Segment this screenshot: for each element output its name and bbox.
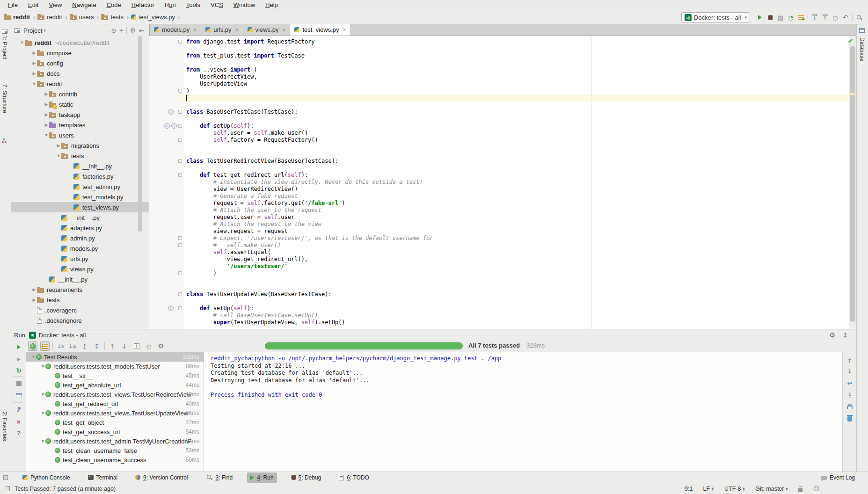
breadcrumb-item[interactable]: test_views.py — [131, 14, 175, 21]
tree-toggle-icon[interactable]: ▶ — [31, 51, 37, 55]
tree-toggle-icon[interactable]: ▶ — [56, 143, 61, 148]
project-tree-item[interactable]: __init__.py — [11, 274, 149, 284]
encoding-select[interactable]: UTF-8▲▼ — [724, 486, 745, 492]
menu-navigate[interactable]: Navigate — [67, 0, 101, 9]
breadcrumb-item[interactable]: reddit — [4, 14, 30, 21]
tree-toggle-icon[interactable]: ▶ — [44, 102, 49, 107]
fold-marker-icon[interactable] — [178, 306, 182, 310]
project-tree-item[interactable]: ▶docs — [11, 68, 149, 79]
fold-marker-icon[interactable] — [178, 110, 182, 114]
search-everywhere-button[interactable] — [854, 12, 864, 22]
coverage-button[interactable] — [775, 12, 786, 22]
tool-button-favorites[interactable]: 2: Favorites — [1, 412, 8, 441]
lock-icon[interactable] — [798, 488, 802, 492]
tree-toggle-icon[interactable]: ▼ — [19, 40, 25, 45]
tree-toggle-icon[interactable]: ▶ — [44, 92, 49, 96]
test-tree-item[interactable]: ▼reddit.users.tests.test_views.TestUserR… — [26, 390, 204, 399]
project-scrollbar[interactable] — [138, 36, 142, 232]
help-button[interactable] — [15, 429, 23, 437]
vcs-update-button[interactable]: VCS↓ — [810, 12, 820, 22]
fold-marker-icon[interactable] — [178, 236, 182, 240]
project-tree-item[interactable]: ▶config — [11, 58, 149, 68]
vcs-commit-button[interactable]: VCS↑ — [820, 12, 830, 22]
run-button[interactable] — [755, 12, 765, 22]
tree-toggle-icon[interactable]: ▼ — [40, 411, 45, 415]
rollback-button[interactable] — [840, 12, 851, 22]
project-tree-item[interactable]: ▶static — [11, 99, 149, 109]
scroll-up-button[interactable] — [846, 357, 853, 364]
collapse-all-icon[interactable] — [119, 27, 123, 34]
tree-toggle-icon[interactable]: ▶ — [31, 61, 37, 65]
implement-marker-icon[interactable]: ↓ — [168, 109, 174, 115]
project-tree-item[interactable]: urls.py — [11, 254, 149, 264]
menu-code[interactable]: Code — [102, 0, 126, 9]
sort-alphabetically-button[interactable] — [56, 341, 65, 351]
project-tree-item[interactable]: test_views.py — [11, 202, 149, 212]
expand-all-button[interactable] — [80, 341, 89, 351]
breadcrumb-item[interactable]: users — [70, 14, 94, 21]
line-separator-select[interactable]: LF▲▼ — [703, 486, 714, 492]
hide-panel-icon[interactable] — [139, 27, 144, 34]
project-tree-item[interactable]: adapters.py — [11, 223, 149, 233]
tool-button-python-console[interactable]: Python Console — [19, 472, 73, 483]
show-ignored-toggle[interactable] — [40, 341, 50, 351]
project-tree-item[interactable]: ▶contrib — [11, 89, 149, 99]
tree-toggle-icon[interactable]: ▼ — [56, 153, 61, 158]
tree-toggle-icon[interactable]: ▶ — [31, 71, 37, 76]
test-tree-item[interactable]: test_clean_username_false53ms — [26, 446, 204, 455]
inspections-profile-icon[interactable] — [813, 485, 819, 492]
implement-marker-icon[interactable]: ↓ — [171, 123, 177, 129]
editor-scrollbar[interactable] — [850, 46, 855, 322]
tool-button-terminal[interactable]: Terminal — [85, 472, 121, 483]
close-icon[interactable]: × — [235, 27, 239, 33]
menu-tools[interactable]: Tools — [181, 0, 205, 9]
test-tree-item[interactable]: test_get_absolute_url44ms — [26, 380, 204, 390]
test-history-button[interactable] — [144, 341, 153, 351]
project-tree-item[interactable]: ▶tests — [11, 295, 149, 305]
fold-marker-icon[interactable] — [178, 89, 182, 93]
rerun-button[interactable] — [15, 343, 23, 351]
tree-toggle-icon[interactable]: ▼ — [40, 439, 45, 443]
project-tree-item[interactable]: ▶templates — [11, 120, 149, 130]
project-tree-item[interactable]: views.py — [11, 264, 149, 274]
tree-toggle-icon[interactable]: ▼ — [40, 392, 45, 397]
tree-toggle-icon[interactable]: ▶ — [44, 112, 49, 117]
tree-toggle-icon[interactable]: ▶ — [44, 123, 49, 127]
next-failed-test-button[interactable] — [120, 341, 129, 351]
previous-failed-test-button[interactable] — [108, 341, 117, 351]
gear-icon[interactable] — [130, 27, 136, 34]
tool-button-debug[interactable]: 5: Debug — [288, 472, 325, 483]
fold-marker-icon[interactable] — [178, 243, 182, 247]
project-tree-item[interactable]: admin.py — [11, 233, 149, 243]
close-button[interactable] — [15, 417, 23, 426]
incoming-changes-icon[interactable] — [830, 12, 840, 22]
fold-marker-icon[interactable] — [178, 138, 182, 142]
soft-wrap-button[interactable] — [846, 379, 853, 387]
tool-button-database[interactable]: Database — [859, 37, 865, 61]
fold-marker-icon[interactable] — [178, 173, 182, 177]
test-tree-item[interactable]: test_get_redirect_url40ms — [26, 399, 204, 408]
test-tree-item[interactable]: test_get_success_url54ms — [26, 427, 204, 436]
menu-window[interactable]: Window — [228, 0, 260, 9]
test-tree-item[interactable]: ▼reddit.users.tests.test_admin.TestMyUse… — [26, 436, 204, 446]
menu-run[interactable]: Run — [160, 0, 181, 9]
stop-button[interactable] — [15, 379, 23, 387]
fold-marker-icon[interactable] — [178, 159, 182, 163]
project-tree-item[interactable]: .coveragerc — [11, 305, 149, 315]
menu-vcs[interactable]: VCS — [205, 0, 228, 9]
editor-tab-views-py[interactable]: views.py× — [243, 24, 291, 36]
project-tree-item[interactable]: ▼reddit — [11, 79, 149, 89]
project-tree-item[interactable]: ▶migrations — [11, 140, 149, 151]
project-tree-item[interactable]: test_admin.py — [11, 182, 149, 192]
project-tree-item[interactable]: __init__.py — [11, 212, 149, 223]
tool-button-structure[interactable]: 7: Structure — [1, 84, 8, 113]
test-tree-item[interactable]: ▼reddit.users.tests.test_views.TestUserU… — [26, 408, 204, 418]
tool-button-todo[interactable]: 6: TODO — [336, 472, 372, 483]
tree-toggle-icon[interactable]: ▼ — [31, 81, 37, 86]
locate-file-icon[interactable] — [111, 27, 116, 34]
project-tree-item[interactable]: test_models.py — [11, 192, 149, 202]
tree-toggle-icon[interactable]: ▶ — [31, 287, 37, 292]
project-tree-item[interactable]: factories.py — [11, 171, 149, 182]
tree-toggle-icon[interactable]: ▼ — [40, 364, 45, 369]
fold-marker-icon[interactable] — [178, 40, 182, 44]
